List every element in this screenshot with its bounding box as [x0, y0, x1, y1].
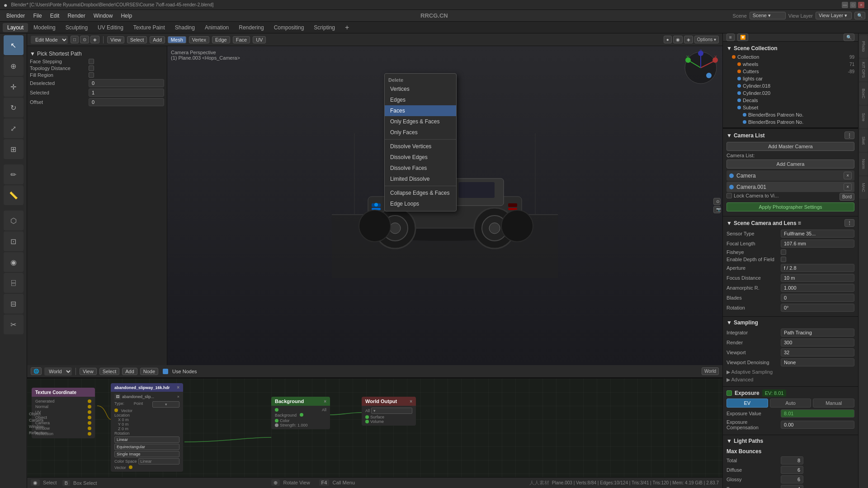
menu-window[interactable]: Window [90, 11, 117, 20]
tree-cutters[interactable]: Cutters -89 [723, 68, 858, 75]
selected-value[interactable]: 1 [89, 89, 164, 97]
node-it-x-btn[interactable]: × [177, 394, 179, 399]
select-menu-node[interactable]: Select [99, 368, 120, 375]
camera-1-x[interactable]: × [844, 172, 852, 179]
kitops-tab[interactable]: KIT OPS [859, 59, 868, 81]
edit-mode-select[interactable]: Edit Mode [31, 36, 68, 44]
tool-rotate[interactable]: ↻ [4, 98, 24, 117]
colorspace-value[interactable]: Linear [138, 458, 179, 465]
mesh-menu[interactable]: Mesh [168, 36, 186, 43]
use-nodes-checkbox[interactable] [163, 369, 168, 374]
ctx-only-edges-faces[interactable]: Only Edges & Faces [385, 116, 456, 127]
menu-help[interactable]: Help [117, 11, 136, 20]
camera-list-header[interactable]: ▼ Camera List ⋮ [726, 131, 854, 139]
ctx-dissolve-vertices[interactable]: Dissolve Vertices [385, 141, 456, 152]
sampling-header[interactable]: ▼ Sampling [726, 319, 854, 326]
total-value[interactable]: 8 [781, 456, 803, 465]
fill-region-checkbox[interactable] [89, 72, 94, 78]
edge-menu[interactable]: Edge [212, 36, 230, 43]
deselected-value[interactable]: 0 [89, 79, 164, 87]
node-world-name[interactable]: World [702, 367, 719, 375]
camera-list-options[interactable]: ⋮ [844, 131, 854, 139]
view-menu[interactable]: View [107, 36, 124, 43]
transparency-value[interactable]: 4 [781, 485, 803, 488]
viewport-3d[interactable]: RRCG.CN Camera Perspective (1) Plane.003… [167, 46, 722, 365]
light-paths-header[interactable]: ▼ Light Paths [726, 438, 854, 444]
menu-blender[interactable]: Blender [3, 11, 28, 20]
node-background[interactable]: Background × All Background Color [271, 397, 330, 429]
ctx-collapse-edges-faces[interactable]: Collapse Edges & Faces [385, 188, 456, 198]
all-dropdown[interactable]: ▾ [371, 408, 412, 414]
context-menu[interactable]: Delete Vertices Edges Faces Only Edges &… [384, 73, 457, 211]
node-it-linear[interactable]: Linear [114, 436, 179, 443]
maximize-button[interactable]: □ [850, 2, 856, 8]
boxcutter-tab[interactable]: BoxC [859, 82, 868, 105]
fisheye-checkbox[interactable] [781, 249, 786, 255]
vertex-menu[interactable]: Vertex [189, 36, 209, 43]
photo-tab[interactable]: Photo [859, 35, 868, 58]
anamorphic-value[interactable]: 1.000 [781, 284, 854, 292]
vd-value[interactable]: None [781, 358, 854, 366]
ev-btn[interactable]: EV [726, 399, 768, 408]
tool-move[interactable]: ✛ [4, 77, 24, 97]
tool-cursor[interactable]: ⊕ [4, 56, 24, 76]
select-menu[interactable]: Select [127, 36, 147, 43]
sensor-type-value[interactable]: Fullframe 35... [781, 230, 854, 238]
manual-btn[interactable]: Manual [813, 399, 854, 408]
socket-object[interactable] [88, 416, 91, 419]
menu-file[interactable]: File [29, 11, 45, 20]
tab-uv-editing[interactable]: UV Editing [93, 23, 128, 32]
socket-window[interactable] [88, 427, 91, 430]
add-menu-node[interactable]: Add [122, 368, 137, 375]
menu-edit[interactable]: Edit [47, 11, 63, 20]
tool-loop-cut[interactable]: ⊟ [4, 294, 24, 314]
tab-sculpting[interactable]: Sculpting [61, 23, 92, 32]
add-workspace-button[interactable]: + [340, 22, 354, 33]
node-image-texture[interactable]: abandoned_slipway_16k.hdr × 🖼 abandoned_… [111, 383, 183, 472]
tree-blenderbros1[interactable]: BlenderBros Patreon No. [723, 111, 858, 118]
diffuse-value[interactable]: 6 [781, 466, 803, 474]
lock-camera-checkbox[interactable] [726, 193, 732, 198]
tab-scripting[interactable]: Scripting [309, 23, 340, 32]
tree-subset[interactable]: Subset [723, 104, 858, 111]
topology-distance-checkbox[interactable] [89, 66, 94, 71]
sketch-tab[interactable]: Sket [859, 129, 868, 152]
viewport-value[interactable]: 32 [781, 348, 854, 357]
view-layer-select[interactable]: View Layer ▾ [816, 12, 852, 19]
uv-menu[interactable]: UV [253, 36, 266, 43]
socket-color[interactable] [275, 419, 278, 422]
tree-wheels[interactable]: wheels 71 [723, 61, 858, 68]
tool-transform[interactable]: ⊞ [4, 139, 24, 159]
viewport-shading-material[interactable]: ◉ [673, 36, 683, 43]
tool-measure[interactable]: 📏 [4, 185, 24, 205]
scene-camera-options[interactable]: ⋮ [844, 219, 854, 227]
ctx-edge-loops[interactable]: Edge Loops [385, 198, 456, 209]
menu-render[interactable]: Render [64, 11, 89, 20]
focal-length-value[interactable]: 107.6 mm [781, 239, 854, 248]
socket-bg-in[interactable] [275, 408, 278, 412]
search-outliner-btn[interactable]: 🔍 [844, 33, 854, 41]
socket-vector-in[interactable] [114, 408, 118, 412]
integrator-value[interactable]: Path Tracing [781, 328, 854, 337]
ctx-edges[interactable]: Edges [385, 94, 456, 105]
view-menu-node[interactable]: View [80, 368, 97, 375]
adaptive-sampling-toggle[interactable]: ▶ Adaptive Sampling [726, 368, 854, 376]
glossy-value[interactable]: 6 [781, 475, 803, 483]
camera-2-x[interactable]: × [844, 183, 852, 191]
node-world-output[interactable]: World Output × All ▾ Surface Volume [362, 397, 416, 426]
overlay-btn[interactable]: ⊙ [80, 36, 89, 43]
tab-compositing[interactable]: Compositing [269, 23, 309, 32]
minimize-button[interactable]: — [842, 2, 848, 8]
dof-checkbox[interactable] [781, 257, 786, 262]
exposure-comp-value[interactable]: 0.00 [781, 421, 854, 429]
add-camera-btn[interactable]: Add Camera [726, 160, 854, 169]
viewport-cam-toggle[interactable]: 📷 [713, 206, 721, 213]
viewport-shading-rendered[interactable]: ◈ [684, 36, 693, 43]
tab-shading[interactable]: Shading [170, 23, 199, 32]
node-wo-close[interactable]: × [410, 399, 412, 404]
tool-add[interactable]: ⬡ [4, 211, 24, 230]
outliner-icon[interactable]: ≡ [726, 33, 735, 41]
tool-annotate[interactable]: ✏ [4, 164, 24, 184]
node-editor[interactable]: Texture Coordinate Generated Normal UV [27, 378, 722, 477]
socket-normal[interactable] [88, 405, 91, 408]
